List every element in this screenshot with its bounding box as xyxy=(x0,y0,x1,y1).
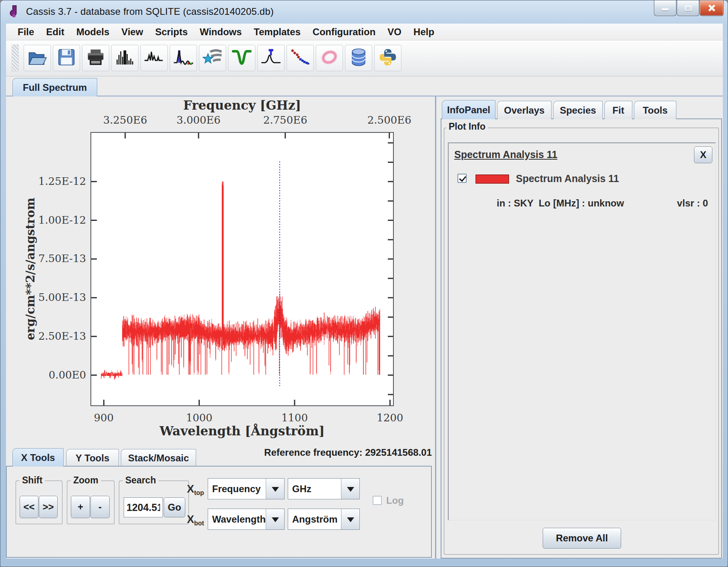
analysis-close-button[interactable]: X xyxy=(694,146,712,163)
menu-windows[interactable]: Windows xyxy=(194,24,248,40)
print-button[interactable] xyxy=(82,45,109,71)
star-comet-button[interactable] xyxy=(199,45,226,71)
x-top-unit-combo[interactable]: GHz xyxy=(288,478,360,499)
full-spectrum-button[interactable] xyxy=(111,45,138,71)
line-fit-icon xyxy=(261,47,281,69)
x-top-quantity-combo[interactable]: Frequency xyxy=(208,478,285,499)
top-axis-tick-label: 3.000E6 xyxy=(170,114,227,126)
series-visible-checkbox[interactable] xyxy=(457,174,467,183)
menu-view[interactable]: View xyxy=(115,24,149,40)
spectrum-plot[interactable] xyxy=(90,132,394,406)
scatter-decay-icon xyxy=(290,47,310,69)
tab-overlays[interactable]: Overlays xyxy=(497,101,552,119)
x-top-label: Xtop xyxy=(187,483,204,497)
series-color-swatch xyxy=(475,174,509,184)
menu-file[interactable]: File xyxy=(12,24,40,40)
top-axis-title: Frequency [GHz] xyxy=(162,98,322,112)
x-bot-label: Xbot xyxy=(187,513,204,527)
tab-y-tools-label: Y Tools xyxy=(76,453,109,464)
open-file-button[interactable] xyxy=(24,45,51,71)
close-button[interactable] xyxy=(700,0,724,16)
database-button[interactable] xyxy=(345,45,372,71)
zoom-group: Zoom + - xyxy=(67,481,115,525)
rotational-diagram-icon xyxy=(319,47,339,69)
line-spectrum-icon xyxy=(144,47,164,69)
analysis-box: Spectrum Analysis 11 X Spectrum Analysis… xyxy=(448,142,716,521)
absorption-line-button[interactable] xyxy=(228,45,255,71)
shift-right-button[interactable]: >> xyxy=(39,496,58,518)
top-axis-tick-label: 3.250E6 xyxy=(97,114,153,126)
log-checkbox-label: Log xyxy=(386,495,404,506)
y-axis-tick-label: 5.00E-13 xyxy=(25,291,86,303)
tab-x-tools[interactable]: X Tools xyxy=(12,448,64,467)
y-axis-tick-label: 1.25E-12 xyxy=(25,175,86,187)
scatter-decay-button[interactable] xyxy=(287,45,314,71)
series-info-text: in : SKY Lo [MHz] : unknow xyxy=(497,198,624,209)
tabpane-border xyxy=(6,96,723,96)
menu-configuration[interactable]: Configuration xyxy=(307,24,381,40)
spectrum-markers-icon xyxy=(173,47,193,69)
shift-left-button[interactable]: << xyxy=(20,496,38,518)
log-checkbox[interactable] xyxy=(373,496,382,505)
bottom-axis-tick-label: 1000 xyxy=(171,412,227,424)
chevron-down-icon[interactable] xyxy=(341,479,359,499)
chevron-down-icon[interactable] xyxy=(266,479,284,499)
print-icon xyxy=(86,47,106,69)
menu-vo[interactable]: VO xyxy=(381,24,407,40)
tab-infopanel[interactable]: InfoPanel xyxy=(442,100,495,119)
menu-models[interactable]: Models xyxy=(70,24,116,40)
analysis-title[interactable]: Spectrum Analysis 11 xyxy=(454,149,558,160)
minimize-button[interactable] xyxy=(654,0,676,16)
open-file-icon xyxy=(27,47,47,69)
tab-x-tools-label: X Tools xyxy=(21,452,55,463)
tab-tools[interactable]: Tools xyxy=(634,101,676,119)
search-go-button[interactable]: Go xyxy=(164,497,185,517)
split-divider[interactable] xyxy=(435,96,436,559)
shift-group: Shift << >> xyxy=(16,481,63,525)
reference-frequency-label: Reference frequency: 2925141568.01 xyxy=(230,447,432,458)
y-axis-tick-label: 1.00E-12 xyxy=(25,214,86,226)
zoom-out-button[interactable]: - xyxy=(90,496,110,518)
zoom-group-title: Zoom xyxy=(71,475,101,486)
toolbar-grip[interactable] xyxy=(12,44,19,72)
full-spectrum-icon xyxy=(115,47,135,69)
tab-species[interactable]: Species xyxy=(553,101,603,119)
maximize-button[interactable] xyxy=(677,0,699,16)
bottom-axis-tick-label: 900 xyxy=(76,412,132,424)
line-fit-button[interactable] xyxy=(257,45,285,71)
tab-stack-mosaic-label: Stack/Mosaic xyxy=(128,453,189,464)
tab-full-spectrum[interactable]: Full Spectrum xyxy=(12,78,97,96)
y-axis-tick-label: 7.50E-13 xyxy=(25,252,86,264)
top-axis-tick-label: 2.750E6 xyxy=(257,114,313,126)
remove-all-button[interactable]: Remove All xyxy=(543,528,621,549)
title-bar[interactable]: Cassis 3.7 - database from SQLITE (cassi… xyxy=(0,0,728,24)
spectrum-markers-button[interactable] xyxy=(170,45,197,71)
python-icon xyxy=(378,47,398,69)
database-icon xyxy=(349,47,369,69)
menu-templates[interactable]: Templates xyxy=(248,24,307,40)
bottom-axis-title: Wavelength [Ångström] xyxy=(142,424,342,438)
absorption-line-icon xyxy=(232,47,252,69)
line-spectrum-button[interactable] xyxy=(140,45,168,71)
menu-edit[interactable]: Edit xyxy=(40,24,70,40)
x-bot-unit-combo[interactable]: Angström xyxy=(288,509,360,530)
rotational-diagram-button[interactable] xyxy=(316,45,343,71)
menu-help[interactable]: Help xyxy=(407,24,440,40)
tab-stack-mosaic[interactable]: Stack/Mosaic xyxy=(121,449,196,467)
save-icon xyxy=(56,47,76,69)
bottom-axis-tick-label: 1200 xyxy=(362,412,418,424)
python-button[interactable] xyxy=(374,45,401,71)
save-button[interactable] xyxy=(53,45,80,71)
plot-info-group-title: Plot Info xyxy=(446,121,488,132)
search-input[interactable] xyxy=(124,497,163,517)
chevron-down-icon[interactable] xyxy=(341,509,359,529)
chevron-down-icon[interactable] xyxy=(266,509,284,529)
app-window: Cassis 3.7 - database from SQLITE (cassi… xyxy=(0,0,728,567)
tab-y-tools[interactable]: Y Tools xyxy=(66,449,119,467)
zoom-in-button[interactable]: + xyxy=(71,496,90,518)
x-bot-quantity-combo[interactable]: Wavelength xyxy=(208,509,285,530)
menu-scripts[interactable]: Scripts xyxy=(149,24,194,40)
close-icon xyxy=(708,4,716,12)
window-title: Cassis 3.7 - database from SQLITE (cassi… xyxy=(26,6,274,17)
tab-fit[interactable]: Fit xyxy=(604,101,632,119)
